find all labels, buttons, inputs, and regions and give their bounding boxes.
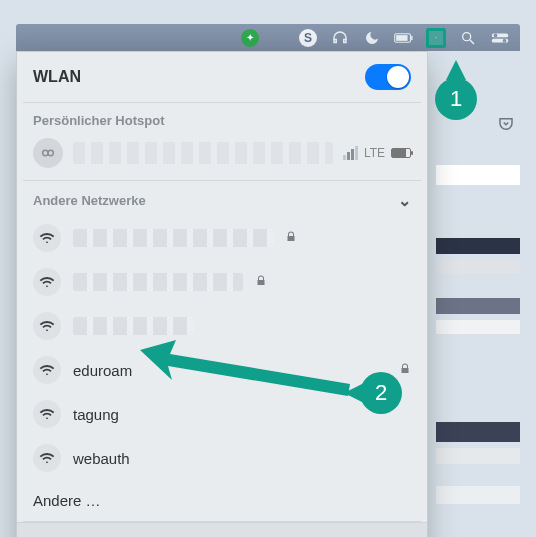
network-name-blurred — [73, 317, 193, 335]
wifi-panel: WLAN Persönlicher Hotspot LTE Andere Net… — [16, 51, 428, 537]
wifi-icon — [33, 356, 61, 384]
network-item[interactable] — [17, 304, 427, 348]
hotspot-item[interactable]: LTE — [17, 134, 427, 180]
lock-icon — [399, 362, 411, 379]
svg-rect-1 — [411, 35, 412, 39]
network-name: webauth — [73, 450, 411, 467]
signal-bars-icon — [343, 146, 358, 160]
lock-icon — [285, 230, 297, 247]
chevron-down-icon: ⌄ — [398, 191, 411, 210]
skype-icon[interactable]: S — [298, 28, 318, 48]
hotspot-tech-label: LTE — [364, 146, 385, 160]
network-item[interactable] — [17, 216, 427, 260]
do-not-disturb-icon[interactable] — [362, 28, 382, 48]
network-name: eduroam — [73, 362, 387, 379]
wifi-settings-link[interactable]: WLAN-Einstellungen … — [17, 522, 427, 537]
wifi-icon — [33, 312, 61, 340]
hotspot-icon — [33, 138, 63, 168]
svg-point-9 — [43, 150, 48, 155]
network-list: eduroam tagung webauth — [17, 216, 427, 480]
wifi-icon — [33, 444, 61, 472]
svg-rect-2 — [396, 35, 407, 41]
wifi-toggle[interactable] — [365, 64, 411, 90]
svg-point-7 — [494, 33, 498, 37]
hotspot-name-blurred — [73, 142, 333, 164]
wifi-menu-icon[interactable] — [426, 28, 446, 48]
battery-icon[interactable] — [394, 28, 414, 48]
svg-point-10 — [48, 150, 53, 155]
menu-extra-green[interactable]: ✦ — [240, 28, 260, 48]
svg-line-4 — [470, 40, 474, 44]
wifi-icon — [33, 268, 61, 296]
spotlight-icon[interactable] — [458, 28, 478, 48]
network-name: tagung — [73, 406, 411, 423]
menubar: ✦ S — [16, 24, 520, 51]
wifi-icon — [33, 400, 61, 428]
network-name-blurred — [73, 229, 273, 247]
personal-hotspot-label: Persönlicher Hotspot — [17, 103, 427, 134]
headphones-icon[interactable] — [330, 28, 350, 48]
svg-point-3 — [463, 32, 471, 40]
svg-point-8 — [503, 38, 507, 42]
annotation-callout-1: 1 — [435, 78, 477, 120]
wifi-icon — [33, 224, 61, 252]
annotation-callout-2: 2 — [360, 372, 402, 414]
other-networks-label[interactable]: Andere Netzwerke ⌄ — [17, 181, 427, 216]
wifi-title: WLAN — [33, 68, 81, 86]
network-item-webauth[interactable]: webauth — [17, 436, 427, 480]
lock-icon — [255, 274, 267, 291]
wifi-header-row: WLAN — [17, 52, 427, 102]
network-item[interactable] — [17, 260, 427, 304]
other-network-link[interactable]: Andere … — [17, 480, 427, 521]
pocket-icon[interactable] — [497, 115, 515, 133]
hotspot-battery-icon — [391, 148, 411, 158]
control-center-icon[interactable] — [490, 28, 510, 48]
network-name-blurred — [73, 273, 243, 291]
